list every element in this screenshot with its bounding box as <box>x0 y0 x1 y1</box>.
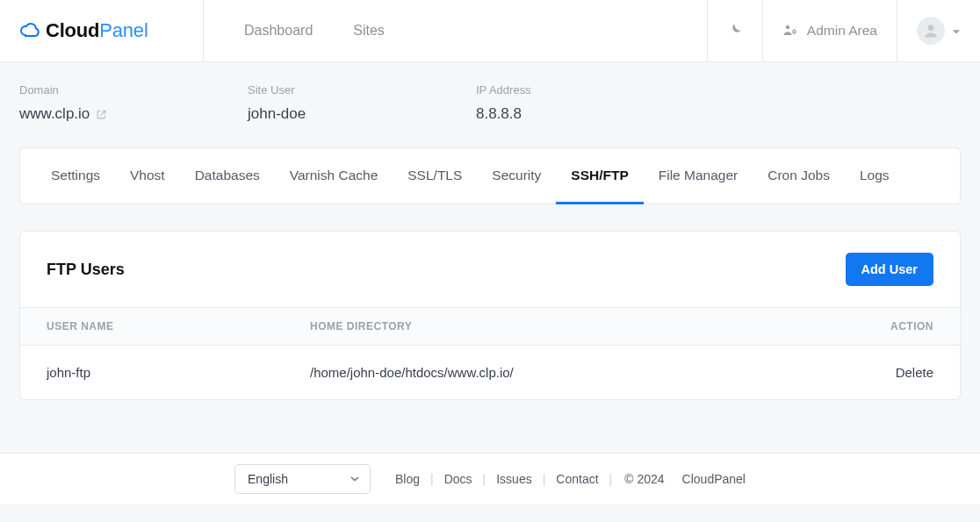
table-row: john-ftp /home/john-doe/htdocs/www.clp.i… <box>20 346 960 400</box>
svg-point-0 <box>786 25 790 29</box>
brand[interactable]: CloudPanel <box>0 0 204 61</box>
info-domain: Domain www.clp.io <box>19 83 248 123</box>
tab-security[interactable]: Security <box>477 148 556 204</box>
footer-brand: CloudPanel <box>682 472 746 486</box>
ftp-users-panel: FTP Users Add User USER NAME HOME DIRECT… <box>19 231 961 400</box>
ftp-users-table: USER NAME HOME DIRECTORY ACTION john-ftp… <box>20 307 960 399</box>
tab-varnish-cache[interactable]: Varnish Cache <box>275 148 393 204</box>
panel-title: FTP Users <box>47 261 125 279</box>
topbar-right: Admin Area <box>707 0 980 61</box>
footer-blog-link[interactable]: Blog <box>395 472 420 486</box>
col-action: ACTION <box>819 308 960 346</box>
cell-user-name: john-ftp <box>20 346 284 400</box>
footer: English Blog | Docs | Issues | Contact |… <box>0 453 980 504</box>
footer-contact-link[interactable]: Contact <box>556 472 598 486</box>
tab-vhost[interactable]: Vhost <box>115 148 180 204</box>
delete-link[interactable]: Delete <box>896 365 933 380</box>
account-menu[interactable] <box>897 0 980 61</box>
moon-icon <box>727 22 743 40</box>
tab-ssh-ftp[interactable]: SSH/FTP <box>556 148 643 204</box>
info-site-user-label: Site User <box>248 83 476 97</box>
svg-point-2 <box>928 25 934 31</box>
tab-file-manager[interactable]: File Manager <box>644 148 753 204</box>
info-ip: IP Address 8.8.8.8 <box>476 83 704 123</box>
table-header-row: USER NAME HOME DIRECTORY ACTION <box>20 308 960 346</box>
dark-mode-toggle[interactable] <box>707 0 762 61</box>
info-ip-value: 8.8.8.8 <box>476 105 704 123</box>
site-info-row: Domain www.clp.io Site User john-doe IP … <box>0 62 980 130</box>
info-domain-label: Domain <box>19 83 248 97</box>
site-tabs: Settings Vhost Databases Varnish Cache S… <box>19 147 961 204</box>
footer-sep: | <box>543 472 546 486</box>
col-user-name: USER NAME <box>20 308 284 346</box>
brand-text: CloudPanel <box>46 19 148 42</box>
admin-area-link[interactable]: Admin Area <box>762 0 897 61</box>
info-ip-label: IP Address <box>476 83 704 97</box>
info-domain-value: www.clp.io <box>19 105 90 123</box>
footer-docs-link[interactable]: Docs <box>444 472 472 486</box>
tab-settings[interactable]: Settings <box>36 148 115 204</box>
external-link-icon[interactable] <box>96 109 107 120</box>
users-gear-icon <box>782 22 798 40</box>
language-select[interactable]: English <box>234 464 371 494</box>
language-select-wrap: English <box>234 464 371 494</box>
info-site-user: Site User john-doe <box>248 83 476 123</box>
cell-home-directory: /home/john-doe/htdocs/www.clp.io/ <box>284 346 819 400</box>
topbar-nav: Dashboard Sites <box>204 0 707 61</box>
avatar <box>917 17 945 45</box>
cloud-icon <box>19 20 40 41</box>
footer-copyright: © 2024 <box>624 472 664 486</box>
footer-issues-link[interactable]: Issues <box>496 472 531 486</box>
info-site-user-value: john-doe <box>248 105 476 123</box>
tab-cron-jobs[interactable]: Cron Jobs <box>753 148 845 204</box>
admin-area-label: Admin Area <box>807 23 877 39</box>
chevron-down-icon <box>952 24 961 39</box>
col-home-directory: HOME DIRECTORY <box>284 308 819 346</box>
tab-databases[interactable]: Databases <box>180 148 275 204</box>
footer-sep: | <box>483 472 486 486</box>
footer-sep: | <box>609 472 613 486</box>
nav-dashboard[interactable]: Dashboard <box>244 23 313 39</box>
tab-logs[interactable]: Logs <box>845 148 904 204</box>
footer-links: Blog | Docs | Issues | Contact | © 2024 … <box>395 472 746 486</box>
tab-ssl-tls[interactable]: SSL/TLS <box>393 148 477 204</box>
topbar: CloudPanel Dashboard Sites Admin Area <box>0 0 980 62</box>
nav-sites[interactable]: Sites <box>353 23 385 39</box>
footer-sep: | <box>430 472 434 486</box>
add-user-button[interactable]: Add User <box>846 253 933 286</box>
panel-header: FTP Users Add User <box>20 232 960 307</box>
